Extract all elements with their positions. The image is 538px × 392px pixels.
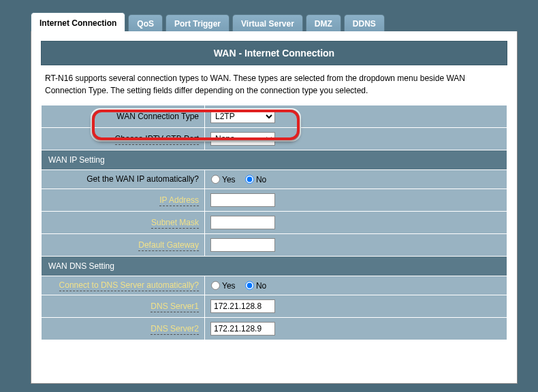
tab-qos[interactable]: QoS	[128, 14, 163, 31]
dns-server2-cell	[205, 317, 507, 340]
subnet-mask-cell	[205, 211, 507, 233]
default-gateway-label: Default Gateway	[42, 233, 205, 256]
dns-server1-cell	[205, 295, 507, 317]
settings-table: WAN Connection Type L2TP Choose IPTV STB…	[41, 105, 507, 340]
page-description: RT-N16 supports several connection types…	[41, 65, 507, 105]
wan-conn-type-cell: L2TP	[205, 105, 507, 128]
dns-auto-yes-label: Yes	[222, 281, 236, 291]
tabs-bar: Internet Connection QoS Port Trigger Vir…	[0, 0, 538, 31]
iptv-port-select[interactable]: None	[210, 132, 275, 146]
tab-virtual-server[interactable]: Virtual Server	[232, 14, 303, 31]
dns-server2-input[interactable]	[210, 322, 275, 336]
content-panel: WAN - Internet Connection RT-N16 support…	[31, 31, 518, 384]
wan-ip-auto-label: Get the WAN IP automatically?	[42, 170, 205, 189]
ip-address-label: IP Address	[42, 189, 205, 211]
default-gateway-cell	[205, 233, 507, 256]
wan-ip-auto-cell: Yes No	[205, 170, 507, 189]
subnet-mask-input[interactable]	[210, 216, 275, 229]
dns-auto-no-label: No	[256, 281, 266, 291]
tab-ddns[interactable]: DDNS	[344, 14, 385, 31]
dns-auto-yes-radio[interactable]	[211, 281, 220, 290]
dns-auto-cell: Yes No	[205, 276, 507, 295]
dns-server2-label: DNS Server2	[42, 317, 205, 340]
dns-auto-label: Connect to DNS Server automatically?	[42, 276, 205, 295]
default-gateway-input[interactable]	[210, 238, 275, 252]
wan-conn-type-select[interactable]: L2TP	[210, 110, 275, 123]
iptv-port-label: Choose IPTV STB Port	[42, 128, 205, 150]
dns-server1-input[interactable]	[210, 299, 275, 313]
wan-dns-section-header: WAN DNS Setting	[42, 256, 507, 276]
tab-internet-connection[interactable]: Internet Connection	[31, 12, 125, 31]
wan-ip-auto-yes-radio[interactable]	[211, 175, 220, 184]
dns-server1-label: DNS Server1	[42, 295, 205, 317]
page-title: WAN - Internet Connection	[41, 41, 507, 65]
ip-address-input[interactable]	[210, 193, 275, 207]
subnet-mask-label: Subnet Mask	[42, 211, 205, 233]
wan-ip-section-header: WAN IP Setting	[42, 150, 507, 170]
wan-ip-auto-no-radio[interactable]	[245, 175, 254, 184]
wan-ip-auto-yes-label: Yes	[222, 175, 236, 184]
ip-address-cell	[205, 189, 507, 211]
iptv-port-cell: None	[205, 128, 507, 150]
wan-ip-auto-no-label: No	[256, 175, 266, 184]
dns-auto-no-radio[interactable]	[245, 281, 254, 290]
wan-conn-type-label: WAN Connection Type	[42, 105, 205, 128]
tab-port-trigger[interactable]: Port Trigger	[165, 14, 230, 31]
tab-dmz[interactable]: DMZ	[306, 14, 341, 31]
